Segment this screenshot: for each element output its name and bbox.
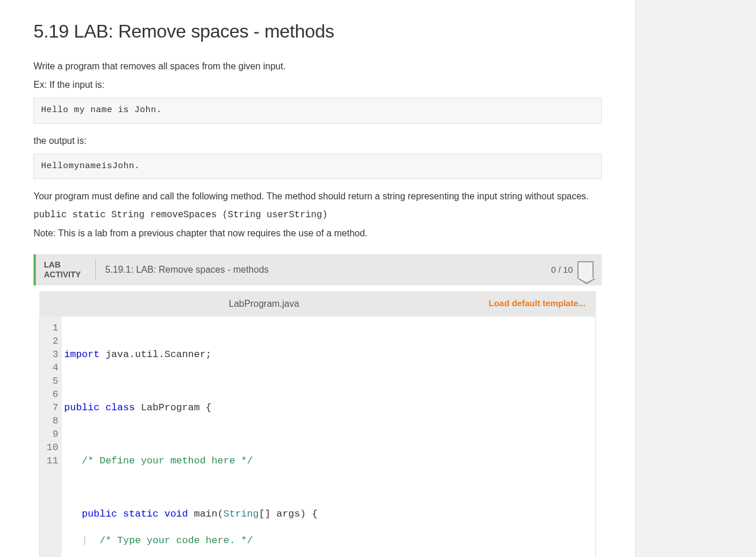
code-token: String <box>223 508 258 519</box>
code-token: [] args) { <box>259 508 318 519</box>
method-signature: public static String removeSpaces (Strin… <box>34 208 602 222</box>
line-number: 1 <box>45 321 58 335</box>
bookmark-icon[interactable] <box>577 261 594 278</box>
line-number: 9 <box>45 428 58 441</box>
editor-tab-bar: LabProgram.java Load default template... <box>39 291 596 317</box>
lab-body: LabProgram.java Load default template...… <box>31 291 602 557</box>
code-token: LabProgram { <box>135 402 212 413</box>
line-number: 8 <box>45 414 58 428</box>
example-input-label: Ex: If the input is: <box>34 78 602 92</box>
line-number: 5 <box>45 374 58 388</box>
code-token: void <box>164 508 188 519</box>
code-token: java.util.Scanner; <box>99 349 212 360</box>
page-title: 5.19 LAB: Remove spaces - methods <box>34 17 602 45</box>
example-output-box: HellomynameisJohn. <box>34 154 602 180</box>
code-token: class <box>105 402 135 413</box>
code-token: static <box>123 508 158 519</box>
load-default-template-link[interactable]: Load default template... <box>488 297 596 310</box>
code-area[interactable]: import java.util.Scanner; public class L… <box>62 317 595 557</box>
note-paragraph: Note: This is a lab from a previous chap… <box>34 226 602 240</box>
code-comment: /* Type your code here. */ <box>99 535 253 546</box>
example-output-label: the output is: <box>34 134 602 148</box>
line-number: 7 <box>45 401 58 414</box>
code-token: public <box>64 402 99 413</box>
lab-page: 5.19 LAB: Remove spaces - methods Write … <box>0 0 636 557</box>
lab-activity-title: 5.19.1: LAB: Remove spaces - methods <box>96 263 551 277</box>
intro-paragraph: Write a program that removes all spaces … <box>34 60 602 73</box>
line-number: 2 <box>45 335 58 348</box>
lab-activity-label: LAB ACTIVITY <box>44 260 96 280</box>
line-number-gutter: 1 2 3 4 5 6 7 8 9 10 11 <box>40 317 62 557</box>
example-input-box: Hello my name is John. <box>34 98 602 124</box>
line-number: 6 <box>45 388 58 401</box>
code-comment: /* Define your method here */ <box>82 455 253 466</box>
method-instruction: Your program must define and call the fo… <box>34 190 602 203</box>
code-token: public <box>82 508 117 519</box>
line-number: 3 <box>45 348 58 361</box>
line-number: 4 <box>45 361 58 374</box>
line-number: 10 <box>45 441 58 454</box>
code-token: main( <box>188 508 223 519</box>
filename-label: LabProgram.java <box>39 297 488 311</box>
code-editor[interactable]: 1 2 3 4 5 6 7 8 9 10 11 import java.util… <box>39 317 596 557</box>
lab-header: LAB ACTIVITY 5.19.1: LAB: Remove spaces … <box>36 254 602 285</box>
line-number: 11 <box>45 454 58 467</box>
code-token: import <box>64 349 99 360</box>
lab-score: 0 / 10 <box>551 263 573 277</box>
lab-activity-container: LAB ACTIVITY 5.19.1: LAB: Remove spaces … <box>34 254 602 285</box>
